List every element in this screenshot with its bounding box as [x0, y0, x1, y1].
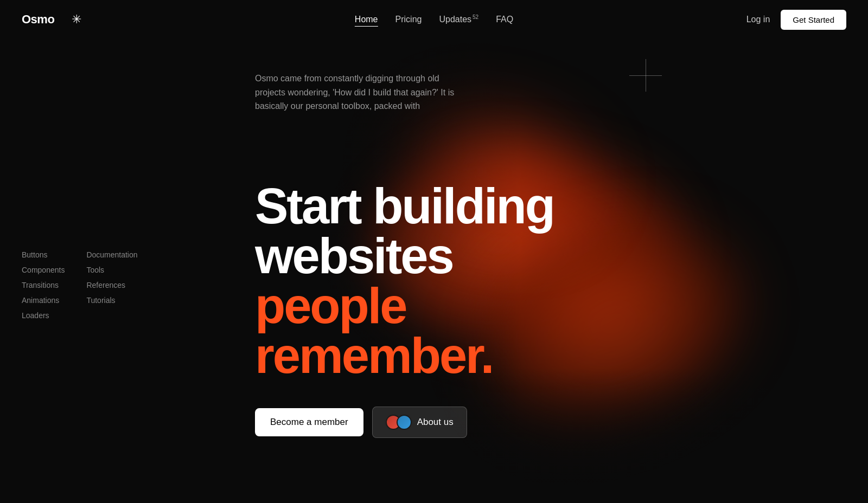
navbar: Osmo ✳ Home Pricing Updates52 FAQ Log in… [0, 0, 868, 39]
brand-logo[interactable]: Osmo [22, 12, 54, 27]
nav-link-updates[interactable]: Updates52 [439, 14, 478, 24]
hero-headline: Start building websites people remember. [255, 181, 613, 381]
get-started-button[interactable]: Get Started [781, 10, 846, 30]
hero-section: Buttons Components Transitions Animation… [0, 39, 868, 503]
login-button[interactable]: Log in [746, 15, 770, 24]
hero-content: Start building websites people remember.… [0, 181, 868, 438]
become-member-button[interactable]: Become a member [255, 408, 363, 436]
updates-badge: 52 [473, 14, 478, 20]
nav-link-faq[interactable]: FAQ [496, 15, 513, 24]
avatar-2 [397, 415, 412, 430]
nav-link-home[interactable]: Home [355, 15, 378, 24]
nav-link-pricing[interactable]: Pricing [395, 15, 422, 24]
bottom-section: Osmo came from constantly digging throug… [0, 39, 868, 113]
star-icon: ✳ [72, 12, 81, 27]
hero-buttons: Become a member About us [255, 407, 613, 438]
about-us-button[interactable]: About us [372, 407, 467, 438]
cross-decoration [629, 59, 662, 92]
bottom-description: Osmo came from constantly digging throug… [255, 72, 461, 113]
nav-left: Osmo ✳ [22, 12, 81, 27]
nav-center: Home Pricing Updates52 FAQ [355, 14, 513, 24]
nav-right: Log in Get Started [746, 10, 846, 30]
avatars [386, 415, 412, 430]
